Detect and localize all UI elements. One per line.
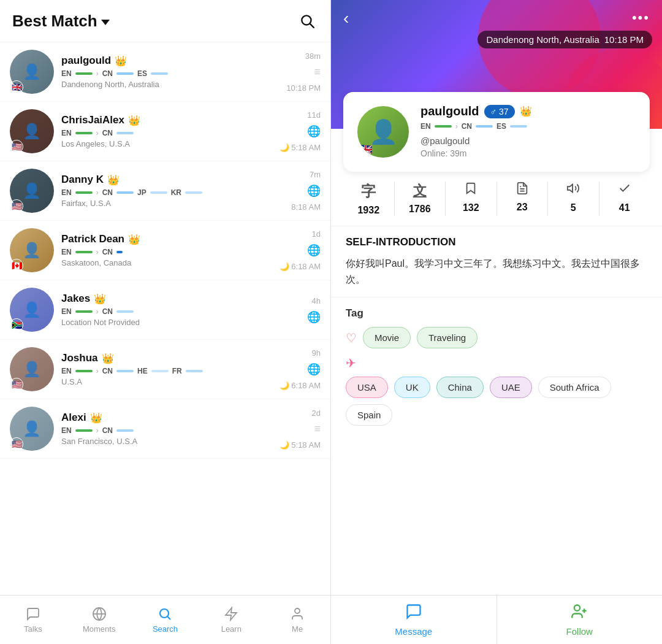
list-item[interactable]: 👤 🇬🇧 paulgould 👑 EN › CN ES xyxy=(0,42,330,102)
stat-value: 41 xyxy=(619,202,630,213)
txt-icon xyxy=(516,182,529,198)
profile-flag-icon: 🇬🇧 xyxy=(359,143,372,156)
heart-icon: ♡ xyxy=(346,331,357,345)
stat-value: 5 xyxy=(571,202,576,213)
user-info: Joshua 👑 EN › CN HE FR U.S.A xyxy=(61,352,264,386)
self-intro-section: SELF-INTRODUCTION 你好我叫Paul。我学习中文三年了。我想练习… xyxy=(331,226,662,297)
nav-learn[interactable]: Learn xyxy=(198,596,264,644)
globe-icon: 🌐 xyxy=(307,243,321,257)
filter-title[interactable]: Best Match xyxy=(12,12,110,31)
lang-row: EN › CN HE FR xyxy=(61,367,264,375)
lang-tag: KR xyxy=(171,188,181,197)
right-meta: 4h 🌐 xyxy=(272,296,321,324)
right-meta: 7m 🌐 8:18 AM xyxy=(272,170,321,212)
me-icon xyxy=(289,606,305,622)
crown-icon: 👑 xyxy=(94,293,106,305)
right-panel: ‹ ••• Dandenong North, Australia 10:18 P… xyxy=(331,0,662,644)
list-item[interactable]: 👤 🇺🇸 Danny K 👑 EN › CN JP KR xyxy=(0,161,330,221)
lang-bar xyxy=(75,191,93,194)
profile-location: Dandenong North, Australia xyxy=(486,34,599,45)
stat-translate: 字 1932 xyxy=(343,182,394,216)
location: Location Not Provided xyxy=(61,318,264,327)
local-time: 🌙 5:18 AM xyxy=(280,143,321,152)
username: Jakes xyxy=(61,293,90,305)
follow-button[interactable]: Follow xyxy=(497,596,663,644)
bookmark-icon xyxy=(464,182,477,199)
location: Fairfax, U.S.A xyxy=(61,199,264,208)
list-item[interactable]: 👤 🇺🇸 ChrisJaiAlex 👑 EN › CN Los Angeles,… xyxy=(0,102,330,161)
intro-text: 你好我叫Paul。我学习中文三年了。我想练习中文。我去过中国很多次。 xyxy=(346,256,647,287)
right-meta: 2d ≡ 🌙 5:18 AM xyxy=(272,408,321,450)
lang-tag: ES xyxy=(496,122,506,131)
flag-badge: 🇿🇦 xyxy=(10,318,23,332)
svg-point-7 xyxy=(295,608,300,613)
lang-tag: JP xyxy=(137,188,146,197)
translate-icon: 字 xyxy=(361,182,376,201)
tag-section: Tag ♡ Movie Traveling ✈ USA UK China UAE… xyxy=(331,297,662,443)
profile-name: paulgould xyxy=(420,104,479,118)
username: Joshua xyxy=(61,352,98,364)
gender-icon: ♂ xyxy=(490,107,497,117)
lang-tag: EN xyxy=(61,248,72,256)
self-intro-title: SELF-INTRODUCTION xyxy=(346,236,647,248)
crown-icon: 👑 xyxy=(128,234,140,245)
user-info: Alexi 👑 EN › CN San Francisco, U.S.A xyxy=(61,412,264,446)
lang-bar xyxy=(75,370,93,372)
age-value: 37 xyxy=(499,107,509,117)
profile-details: paulgould ♂ 37 👑 EN › CN ES @paulgo xyxy=(420,104,637,158)
lang-row: EN › CN xyxy=(61,129,264,137)
nav-talks[interactable]: Talks xyxy=(0,596,66,644)
lang-bar xyxy=(75,310,93,313)
travel-chips: USA UK China UAE South Africa Spain xyxy=(346,377,647,426)
list-item[interactable]: 👤 🇨🇦 Patrick Dean 👑 EN › CN Saskatoon, C… xyxy=(0,221,330,280)
message-label: Message xyxy=(395,626,432,637)
list-item[interactable]: 👤 🇺🇸 Alexi 👑 EN › CN San Francisco, U.S.… xyxy=(0,399,330,459)
lang-tag: EN xyxy=(61,307,72,316)
lang-row: EN › CN xyxy=(61,426,264,435)
bottom-nav: Talks Moments Search xyxy=(0,595,330,644)
tag-chip-movie: Movie xyxy=(363,327,411,348)
nav-moments[interactable]: Moments xyxy=(66,596,132,644)
list-item[interactable]: 👤 🇺🇸 Joshua 👑 EN › CN HE FR xyxy=(0,340,330,399)
lang-bar xyxy=(116,191,134,194)
lang-tag: ES xyxy=(137,69,147,78)
message-button[interactable]: Message xyxy=(331,596,497,644)
lang-bar xyxy=(116,251,123,253)
search-button[interactable] xyxy=(296,10,318,32)
time-label: 1d xyxy=(312,229,321,239)
right-meta: 9h 🌐 🌙 6:18 AM xyxy=(272,348,321,390)
dropdown-arrow-icon xyxy=(101,20,110,25)
svg-marker-6 xyxy=(226,608,237,620)
user-info: Patrick Dean 👑 EN › CN Saskatoon, Canada xyxy=(61,233,264,267)
stat-audio: 5 xyxy=(548,182,599,216)
tag-section-title: Tag xyxy=(346,307,647,320)
stat-value: 1932 xyxy=(357,205,379,216)
nav-me[interactable]: Me xyxy=(264,596,330,644)
back-button[interactable]: ‹ xyxy=(343,10,349,27)
username: Danny K xyxy=(61,174,104,186)
lang-tag: EN xyxy=(420,122,431,131)
profile-name-row: paulgould ♂ 37 👑 xyxy=(420,104,637,118)
lang-bar xyxy=(116,429,134,432)
more-button[interactable]: ••• xyxy=(632,10,650,27)
left-header: Best Match xyxy=(0,0,330,42)
time-label: 4h xyxy=(312,296,321,305)
stat-txt: 23 xyxy=(497,182,548,216)
avatar: 👤 🇺🇸 xyxy=(10,169,54,213)
svg-point-11 xyxy=(574,605,580,611)
lang-bar xyxy=(75,72,93,75)
right-meta: 11d 🌐 🌙 5:18 AM xyxy=(272,110,321,152)
stat-check: 41 xyxy=(599,182,650,216)
time-label: 38m xyxy=(305,52,321,61)
plane-icon: ✈ xyxy=(346,356,356,370)
avatar: 👤 🇬🇧 xyxy=(10,50,54,94)
nav-learn-label: Learn xyxy=(221,624,242,634)
lang-tag: HE xyxy=(137,367,148,375)
crown-icon: 👑 xyxy=(107,174,120,186)
nav-search[interactable]: Search xyxy=(132,596,199,644)
lang-tag: EN xyxy=(61,426,72,435)
avatar: 👤 🇿🇦 xyxy=(10,288,54,332)
interests-row: ♡ Movie Traveling xyxy=(346,327,647,348)
lang-bar xyxy=(75,132,93,134)
list-item[interactable]: 👤 🇿🇦 Jakes 👑 EN › CN Location Not Provid… xyxy=(0,280,330,340)
